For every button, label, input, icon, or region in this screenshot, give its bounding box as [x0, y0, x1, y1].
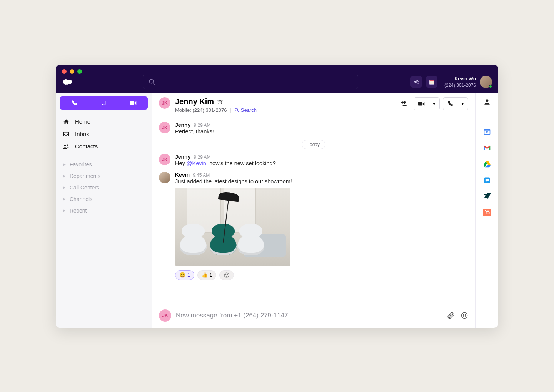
nav-label: Contacts: [75, 143, 98, 149]
caret-right-icon: ▶: [63, 162, 66, 166]
call-button[interactable]: [60, 96, 89, 110]
nav-inbox[interactable]: Inbox: [56, 128, 152, 140]
message-list[interactable]: JK Jenny 9:29 AM Perfect, thanks! Today: [152, 117, 475, 303]
message-time: 9:29 AM: [194, 154, 210, 160]
attach-button[interactable]: [447, 312, 454, 319]
mention[interactable]: @Kevin: [187, 160, 206, 166]
current-user[interactable]: Kevin Wu (224) 301-2076: [444, 75, 492, 88]
contact-profile-button[interactable]: [483, 98, 491, 106]
minimize-window[interactable]: [70, 69, 74, 74]
header-actions: Kevin Wu (224) 301-2076: [410, 75, 492, 88]
contacts-icon: [63, 143, 70, 150]
sender-name: Kevin: [175, 172, 190, 178]
drive-app-icon[interactable]: [483, 160, 491, 168]
video-call-dropdown[interactable]: ▾: [429, 98, 439, 110]
megaphone-button[interactable]: [410, 76, 422, 88]
composer-actions: [447, 312, 468, 319]
sender-name: Jenny: [175, 122, 190, 128]
user-name: Kevin Wu: [444, 75, 476, 82]
emoji: 👍: [202, 272, 208, 278]
search-conversation[interactable]: Search: [234, 107, 257, 113]
video-call-split[interactable]: ▾: [414, 97, 440, 110]
message-time: 9:45 AM: [193, 173, 210, 178]
svg-line-11: [237, 111, 239, 112]
primary-nav: Home Inbox Contacts: [56, 113, 152, 155]
video-button[interactable]: [118, 96, 148, 110]
nav-contacts[interactable]: Contacts: [56, 140, 152, 153]
user-avatar[interactable]: [480, 76, 492, 88]
svg-rect-6: [130, 101, 134, 105]
reactions: 😀 1 👍 1: [175, 270, 468, 280]
phone-call-split[interactable]: ▾: [443, 97, 468, 110]
svg-point-16: [227, 274, 228, 275]
maximize-window[interactable]: [77, 69, 82, 74]
home-icon: [63, 118, 70, 125]
calendar-app-icon[interactable]: 31: [483, 128, 491, 136]
message: JK Jenny 9:29 AM Hey @Kevin, how's the n…: [159, 154, 468, 166]
video-call-button[interactable]: [414, 98, 429, 110]
nav-label: Home: [75, 118, 90, 125]
calendar-button[interactable]: [426, 76, 437, 88]
section-favorites[interactable]: ▶Favorites: [56, 159, 152, 170]
caret-right-icon: ▶: [63, 185, 66, 189]
app-logo: [63, 78, 73, 86]
global-search[interactable]: [143, 75, 358, 89]
svg-point-19: [465, 314, 466, 315]
sidebar: Home Inbox Contacts ▶Favorites ▶Departme…: [56, 93, 152, 328]
titlebar: Kevin Wu (224) 301-2076: [56, 65, 498, 93]
inbox-icon: [63, 131, 70, 138]
contact-name: Jenny Kim ☆: [175, 97, 257, 106]
svg-point-10: [235, 108, 238, 111]
caret-right-icon: ▶: [63, 197, 66, 201]
phone-call-button[interactable]: [443, 98, 457, 110]
reaction-smile[interactable]: 😀 1: [175, 270, 194, 280]
zendesk-app-icon[interactable]: [483, 193, 491, 200]
nav-home[interactable]: Home: [56, 116, 152, 128]
message-attachment-image[interactable]: [175, 188, 290, 266]
presence-indicator: [489, 85, 492, 88]
app-window: Kevin Wu (224) 301-2076: [56, 65, 498, 328]
conversation-header: JK Jenny Kim ☆ Mobile: (224) 301-2076 | …: [152, 93, 475, 117]
message: JK Jenny 9:29 AM Perfect, thanks!: [159, 122, 468, 135]
composer-input[interactable]: New message from +1 (264) 279-1147: [176, 312, 442, 319]
section-departments[interactable]: ▶Departments: [56, 170, 152, 182]
svg-point-17: [462, 312, 467, 318]
svg-point-2: [149, 79, 154, 83]
close-window[interactable]: [62, 69, 67, 74]
caret-down-icon: ▾: [461, 101, 464, 106]
sidebar-sections: ▶Favorites ▶Departments ▶Call Centers ▶C…: [56, 155, 152, 220]
contact-name-text: Jenny Kim: [175, 97, 214, 106]
window-controls: [62, 69, 82, 74]
hubspot-app-icon[interactable]: [483, 209, 491, 216]
svg-point-9: [67, 144, 68, 146]
contact-avatar: JK: [159, 97, 170, 109]
svg-point-18: [463, 314, 464, 315]
star-icon[interactable]: ☆: [217, 97, 223, 106]
svg-point-20: [486, 99, 488, 102]
section-channels[interactable]: ▶Channels: [56, 193, 152, 205]
gmail-app-icon[interactable]: [483, 144, 491, 152]
section-call-centers[interactable]: ▶Call Centers: [56, 182, 152, 193]
svg-point-15: [226, 274, 226, 275]
message-button[interactable]: [89, 96, 119, 110]
section-label: Departments: [70, 173, 100, 179]
quick-actions: [60, 96, 148, 110]
section-recent[interactable]: ▶Recent: [56, 205, 152, 216]
phone-call-dropdown[interactable]: ▾: [457, 98, 468, 110]
svg-point-14: [224, 273, 229, 277]
section-label: Recent: [70, 208, 87, 214]
emoji-button[interactable]: [461, 312, 468, 319]
nav-label: Inbox: [75, 131, 89, 137]
app-rail: 31: [475, 93, 498, 328]
caret-down-icon: ▾: [433, 101, 436, 106]
reaction-thumbs-up[interactable]: 👍 1: [197, 270, 217, 280]
message-text: Just added the latest designs to our sho…: [175, 178, 468, 184]
add-person-button[interactable]: [397, 97, 410, 110]
message: Kevin 9:45 AM Just added the latest desi…: [159, 172, 468, 280]
chat-app-icon[interactable]: [483, 176, 491, 184]
add-reaction-button[interactable]: [219, 270, 234, 280]
composer-avatar: JK: [159, 309, 171, 322]
user-phone: (224) 301-2076: [444, 82, 476, 88]
sender-avatar: JK: [159, 154, 170, 165]
message-text: Perfect, thanks!: [175, 128, 468, 135]
